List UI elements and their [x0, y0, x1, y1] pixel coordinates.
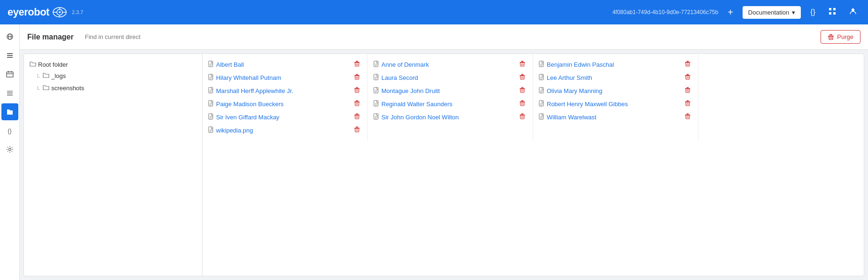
- file-name-marshall[interactable]: Marshall Herff Applewhite Jr.: [216, 87, 350, 94]
- files-column-2: Anne of Denmark Laura Secord Montague Jo…: [368, 54, 533, 140]
- svg-rect-182: [687, 114, 689, 115]
- svg-rect-119: [521, 87, 524, 88]
- sidebar-item-list[interactable]: [1, 47, 18, 64]
- delete-william[interactable]: [683, 112, 692, 122]
- delete-paige[interactable]: [352, 99, 362, 109]
- file-name-laura[interactable]: Laura Secord: [381, 74, 516, 81]
- file-name-olivia[interactable]: Olivia Mary Manning: [547, 87, 681, 94]
- delete-wikipedia[interactable]: [352, 125, 362, 135]
- code-braces-icon: {}: [8, 127, 12, 134]
- file-doc-icon: [208, 74, 214, 82]
- add-button[interactable]: +: [724, 5, 737, 20]
- file-name-sir-iven[interactable]: Sir Iven Giffard Mackay: [216, 114, 350, 121]
- svg-rect-9: [829, 12, 831, 15]
- file-doc-icon: [539, 113, 545, 121]
- file-name-sir-john[interactable]: Sir John Gordon Noel Wilton: [381, 114, 516, 121]
- delete-benjamin[interactable]: [683, 60, 692, 69]
- docs-dropdown-icon: ▾: [792, 9, 795, 16]
- delete-robert[interactable]: [683, 99, 692, 109]
- file-name-wikipedia[interactable]: wikipedia.png: [216, 127, 350, 134]
- svg-rect-15: [7, 53, 13, 54]
- grid-icon[interactable]: [825, 6, 840, 19]
- file-entry-robert[interactable]: Robert Henry Maxwell Gibbes: [537, 97, 694, 110]
- file-name-robert[interactable]: Robert Henry Maxwell Gibbes: [547, 101, 681, 108]
- sidebar-item-code[interactable]: {}: [1, 122, 18, 139]
- logo-icon: [51, 6, 68, 19]
- file-entry-hilary[interactable]: Hilary Whitehall Putnam: [206, 71, 364, 84]
- delete-reginald[interactable]: [518, 99, 527, 109]
- svg-rect-7: [829, 8, 831, 10]
- files-panel: Albert Ball Hilary Whitehall Putnam Mars…: [202, 54, 864, 276]
- files-column-3: Benjamin Edwin Paschal Lee Arthur Smith …: [533, 54, 698, 140]
- delete-sir-john[interactable]: [518, 112, 527, 122]
- purge-icon: [828, 34, 834, 40]
- svg-rect-83: [356, 114, 358, 115]
- documentation-button[interactable]: Documentation ▾: [743, 6, 801, 19]
- file-entry-paige[interactable]: Paige Madison Bueckers: [206, 97, 364, 110]
- sidebar-item-file-manager[interactable]: [1, 103, 18, 120]
- folder-icon-logs: [43, 72, 49, 79]
- delete-montague[interactable]: [518, 86, 527, 95]
- tree-item-logs[interactable]: L _logs: [35, 70, 198, 82]
- search-input[interactable]: [85, 33, 810, 40]
- root-folder-label: Root folder: [38, 61, 68, 68]
- file-entry-benjamin[interactable]: Benjamin Edwin Paschal: [537, 58, 694, 71]
- svg-rect-146: [687, 61, 689, 62]
- user-icon[interactable]: [845, 6, 860, 19]
- file-name-lee-arthur[interactable]: Lee Arthur Smith: [547, 74, 681, 81]
- sidebar-item-calendar[interactable]: [1, 66, 18, 83]
- tree-connector: L: [37, 73, 40, 78]
- file-name-paige[interactable]: Paige Madison Bueckers: [216, 101, 350, 108]
- sidebar-item-globe[interactable]: [1, 28, 18, 45]
- code-icon[interactable]: {}: [806, 6, 819, 18]
- file-doc-icon: [208, 87, 214, 95]
- tree-children: L _logs: [35, 70, 198, 94]
- file-entry-sir-john[interactable]: Sir John Gordon Noel Wilton: [372, 110, 529, 124]
- file-doc-icon: [208, 61, 214, 69]
- file-name-william[interactable]: William Warelwast: [547, 114, 681, 121]
- delete-lee-arthur[interactable]: [683, 73, 692, 82]
- file-entry-lee-arthur[interactable]: Lee Arthur Smith: [537, 71, 694, 84]
- delete-sir-iven[interactable]: [352, 112, 362, 122]
- delete-anne[interactable]: [518, 60, 527, 69]
- files-column-4: [698, 54, 864, 140]
- purge-button[interactable]: Purge: [821, 30, 860, 44]
- file-entry-marshall[interactable]: Marshall Herff Applewhite Jr.: [206, 84, 364, 97]
- file-name-montague[interactable]: Montague John Druitt: [381, 87, 516, 94]
- delete-laura[interactable]: [518, 73, 527, 82]
- svg-point-26: [8, 148, 11, 151]
- svg-rect-8: [833, 8, 836, 10]
- delete-albert-ball[interactable]: [352, 60, 362, 69]
- file-entry-montague[interactable]: Montague John Druitt: [372, 84, 529, 97]
- svg-rect-65: [356, 87, 358, 88]
- file-entry-olivia[interactable]: Olivia Mary Manning: [537, 84, 694, 97]
- svg-point-2: [59, 11, 61, 13]
- tree-root-folder[interactable]: Root folder: [28, 60, 198, 70]
- svg-rect-10: [833, 12, 836, 15]
- folder-icon: [30, 61, 36, 68]
- file-entry-laura[interactable]: Laura Secord: [372, 71, 529, 84]
- file-entry-sir-iven[interactable]: Sir Iven Giffard Mackay: [206, 110, 364, 124]
- file-entry-wikipedia[interactable]: wikipedia.png: [206, 124, 364, 137]
- logo-eye: eye: [8, 6, 24, 18]
- file-name-hilary[interactable]: Hilary Whitehall Putnam: [216, 74, 350, 81]
- file-doc-icon: [208, 113, 214, 121]
- file-doc-icon: [539, 61, 545, 69]
- file-entry-albert-ball[interactable]: Albert Ball: [206, 58, 364, 71]
- file-name-benjamin[interactable]: Benjamin Edwin Paschal: [547, 61, 681, 68]
- delete-marshall[interactable]: [352, 86, 362, 95]
- file-name-albert-ball[interactable]: Albert Ball: [216, 61, 350, 68]
- app-version: 2.3.7: [72, 9, 83, 15]
- file-manager-header: File manager Purge: [20, 24, 868, 50]
- delete-hilary[interactable]: [352, 73, 362, 82]
- delete-olivia[interactable]: [683, 86, 692, 95]
- tree-item-screenshots[interactable]: L screenshots: [35, 82, 198, 94]
- file-name-reginald[interactable]: Reginald Walter Saunders: [381, 101, 516, 108]
- file-entry-reginald[interactable]: Reginald Walter Saunders: [372, 97, 529, 110]
- session-id: 4f080ab1-749d-4b10-9d0e-77213406c75b: [612, 9, 719, 16]
- sidebar-item-layers[interactable]: [1, 85, 18, 101]
- file-entry-william[interactable]: William Warelwast: [537, 110, 694, 124]
- sidebar-item-settings[interactable]: [1, 141, 18, 158]
- file-entry-anne[interactable]: Anne of Denmark: [372, 58, 529, 71]
- file-name-anne[interactable]: Anne of Denmark: [381, 61, 516, 68]
